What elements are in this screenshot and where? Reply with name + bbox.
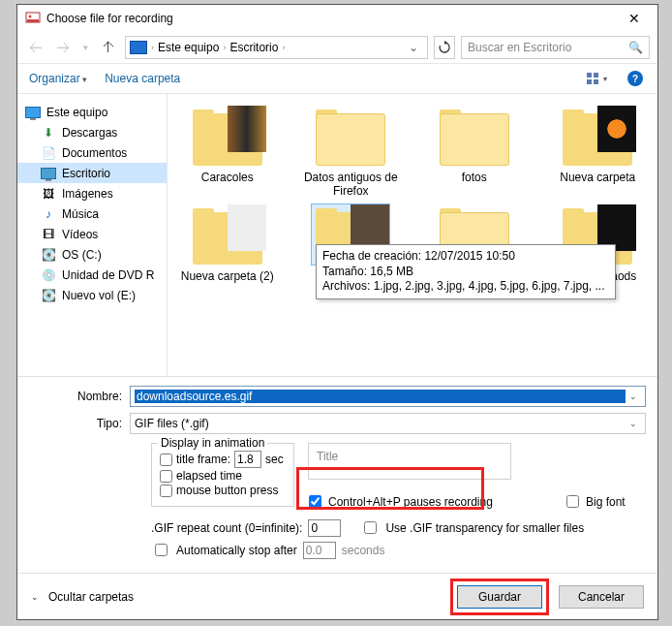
folder-item[interactable]: fotos bbox=[422, 106, 527, 199]
back-button[interactable]: 🡠 bbox=[25, 40, 46, 55]
tree-item-root[interactable]: Este equipo bbox=[17, 102, 167, 122]
gif-repeat-label: .GIF repeat count (0=infinite): bbox=[151, 521, 302, 535]
title-frame-seconds-input[interactable] bbox=[234, 451, 261, 468]
breadcrumb-segment[interactable]: Escritorio bbox=[229, 41, 278, 54]
folder-item[interactable]: Caracoles bbox=[175, 106, 280, 199]
highlight-box: Guardar bbox=[450, 579, 549, 615]
title-input-group[interactable]: Title bbox=[308, 443, 511, 480]
app-icon bbox=[25, 11, 41, 26]
file-pane[interactable]: Caracoles Datos antiguos de Firefox foto… bbox=[168, 94, 657, 376]
tooltip-line: Fecha de creación: 12/07/2015 10:50 bbox=[322, 249, 609, 265]
checkbox[interactable] bbox=[160, 485, 172, 497]
search-icon: 🔍 bbox=[628, 41, 643, 54]
video-icon: 🎞 bbox=[41, 227, 56, 242]
tree-label: Escritorio bbox=[62, 167, 110, 180]
use-transparency-label: Use .GIF transparency for smaller files bbox=[385, 521, 584, 535]
file-dialog: Choose file for recording ✕ 🡠 🡢 ▾ 🡡 › Es… bbox=[16, 4, 658, 620]
use-transparency-checkbox[interactable] bbox=[364, 521, 377, 534]
checkbox[interactable] bbox=[309, 495, 321, 508]
title-bar: Choose file for recording ✕ bbox=[17, 5, 657, 32]
filetype-row: Tipo: GIF files (*.gif) ⌄ bbox=[17, 410, 657, 437]
monitor-icon bbox=[130, 41, 147, 54]
checkbox[interactable] bbox=[160, 454, 172, 466]
title-placeholder: Title bbox=[317, 450, 338, 463]
chevron-down-icon[interactable]: ⌄ bbox=[626, 419, 641, 428]
big-font-label: Big font bbox=[586, 495, 626, 509]
tree-item-musica[interactable]: ♪Música bbox=[17, 203, 167, 224]
desktop-icon bbox=[41, 166, 56, 181]
svg-rect-6 bbox=[594, 79, 598, 84]
folder-item[interactable]: Datos antiguos de Firefox bbox=[299, 106, 404, 199]
folder-label: Caracoles bbox=[175, 172, 280, 185]
filetype-select[interactable]: GIF files (*.gif) ⌄ bbox=[130, 413, 646, 434]
toolbar: Organizar Nueva carpeta ▾ ? bbox=[17, 63, 657, 94]
monitor-icon bbox=[25, 105, 41, 120]
cancel-button[interactable]: Cancelar bbox=[559, 585, 644, 609]
filename-input[interactable]: downloadsource.es.gif ⌄ bbox=[130, 386, 646, 407]
auto-stop-label: Automatically stop after bbox=[176, 544, 297, 557]
folder-label: Datos antiguos de Firefox bbox=[299, 172, 404, 199]
tree-label: Descargas bbox=[62, 126, 117, 140]
address-dropdown[interactable]: ⌄ bbox=[404, 41, 423, 54]
drive-icon: 💽 bbox=[41, 288, 56, 303]
checkbox[interactable] bbox=[160, 470, 172, 483]
save-button[interactable]: Guardar bbox=[457, 585, 542, 609]
download-icon: ⬇ bbox=[41, 125, 56, 141]
pause-recording-checkbox[interactable]: Control+Alt+P pauses recording bbox=[305, 492, 493, 511]
mouse-press-checkbox[interactable]: mouse button press bbox=[160, 484, 286, 497]
recent-dropdown[interactable]: ▾ bbox=[79, 43, 92, 52]
address-bar[interactable]: › Este equipo › Escritorio › ⌄ bbox=[125, 36, 428, 59]
tree-item-documentos[interactable]: 📄Documentos bbox=[17, 142, 167, 163]
tree-label: Música bbox=[62, 207, 99, 221]
up-button[interactable]: 🡡 bbox=[98, 40, 119, 55]
help-button[interactable]: ? bbox=[625, 68, 646, 89]
tree-item-escritorio[interactable]: Escritorio bbox=[17, 163, 167, 183]
tree-label: Imágenes bbox=[62, 187, 113, 201]
breadcrumb-root[interactable]: Este equipo bbox=[158, 41, 219, 54]
filetype-label: Tipo: bbox=[29, 417, 122, 430]
search-input[interactable]: Buscar en Escritorio 🔍 bbox=[461, 36, 650, 59]
chevron-down-icon[interactable]: ⌄ bbox=[626, 391, 641, 401]
tree-item-imagenes[interactable]: 🖼Imágenes bbox=[17, 183, 167, 203]
nav-tree: Este equipo ⬇Descargas 📄Documentos Escri… bbox=[17, 94, 168, 376]
svg-rect-5 bbox=[587, 79, 592, 84]
checkbox[interactable] bbox=[566, 495, 579, 508]
title-frame-checkbox[interactable]: title frame: sec bbox=[160, 451, 286, 468]
auto-stop-input[interactable] bbox=[303, 542, 336, 559]
folder-item[interactable]: Nueva carpeta (2) bbox=[175, 204, 280, 284]
chevron-right-icon: › bbox=[223, 43, 226, 52]
dvd-icon: 💿 bbox=[41, 267, 56, 283]
big-font-checkbox[interactable]: Big font bbox=[563, 492, 626, 511]
new-folder-button[interactable]: Nueva carpeta bbox=[105, 72, 180, 85]
svg-rect-3 bbox=[587, 73, 592, 78]
gif-repeat-input[interactable] bbox=[308, 519, 341, 537]
filename-value: downloadsource.es.gif bbox=[135, 390, 626, 403]
tree-item-os-c[interactable]: 💽OS (C:) bbox=[17, 244, 167, 265]
filename-row: Nombre: downloadsource.es.gif ⌄ bbox=[17, 383, 657, 410]
pause-label: Control+Alt+P pauses recording bbox=[328, 495, 493, 509]
search-placeholder: Buscar en Escritorio bbox=[468, 41, 628, 54]
gif-repeat-row: .GIF repeat count (0=infinite): Use .GIF… bbox=[17, 515, 657, 537]
close-button[interactable]: ✕ bbox=[615, 11, 654, 26]
tree-item-videos[interactable]: 🎞Vídeos bbox=[17, 224, 167, 244]
filetype-value: GIF files (*.gif) bbox=[135, 417, 626, 430]
view-options-button[interactable]: ▾ bbox=[586, 68, 607, 89]
checkbox-label: title frame: bbox=[176, 453, 230, 466]
tooltip-line: Archivos: 1.jpg, 2.jpg, 3.jpg, 4.jpg, 5.… bbox=[322, 279, 609, 295]
tree-label: OS (C:) bbox=[62, 248, 102, 262]
organize-menu[interactable]: Organizar bbox=[29, 72, 87, 85]
tree-item-descargas[interactable]: ⬇Descargas bbox=[17, 122, 167, 142]
tooltip: Fecha de creación: 12/07/2015 10:50 Tama… bbox=[316, 244, 616, 299]
hide-folders-link[interactable]: Ocultar carpetas bbox=[48, 590, 134, 604]
svg-point-2 bbox=[29, 16, 32, 18]
tree-label: Documentos bbox=[62, 146, 127, 160]
tree-item-nuevo-vol[interactable]: 💽Nuevo vol (E:) bbox=[17, 285, 167, 305]
elapsed-time-checkbox[interactable]: elapsed time bbox=[160, 469, 286, 483]
folder-item[interactable]: Nueva carpeta bbox=[546, 106, 651, 199]
auto-stop-checkbox[interactable] bbox=[155, 544, 168, 556]
display-group: Display in animation title frame: sec el… bbox=[151, 443, 294, 507]
group-legend: Display in animation bbox=[158, 436, 267, 450]
refresh-button[interactable] bbox=[434, 36, 455, 59]
document-icon: 📄 bbox=[41, 145, 56, 161]
tree-item-dvd[interactable]: 💿Unidad de DVD R bbox=[17, 265, 167, 285]
